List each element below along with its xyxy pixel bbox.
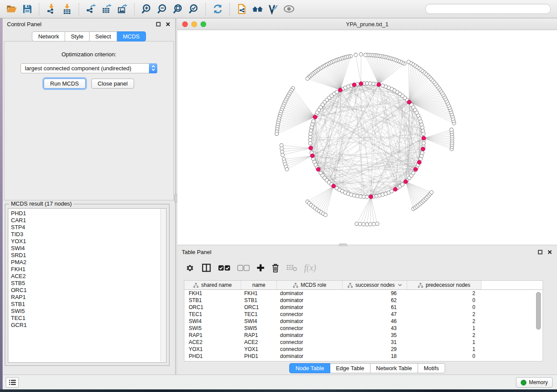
open-session-icon[interactable] [5, 3, 18, 16]
search-input[interactable] [432, 6, 546, 13]
ring-node[interactable] [421, 151, 424, 155]
add-column-icon[interactable] [256, 261, 265, 275]
table-settings-icon[interactable] [185, 261, 195, 275]
satellite-node[interactable] [306, 77, 309, 80]
mcds-result-item[interactable]: FKH1 [11, 266, 166, 273]
zoom-in-icon[interactable] [140, 3, 153, 16]
satellite-node[interactable] [355, 222, 358, 226]
ring-node[interactable] [412, 171, 415, 175]
mcds-hub-node[interactable] [414, 167, 418, 171]
column-header-name[interactable]: name [241, 281, 277, 289]
import-table-icon[interactable] [60, 3, 73, 16]
satellite-node[interactable] [364, 53, 367, 57]
deselect-all-rows-icon[interactable] [237, 261, 250, 275]
mcds-result-item[interactable]: RAP1 [11, 294, 166, 301]
memory-button[interactable]: Memory [516, 377, 553, 388]
export-network-icon[interactable] [84, 3, 97, 16]
mcds-result-item[interactable]: PHD1 [11, 210, 166, 217]
satellite-node[interactable] [358, 222, 362, 226]
column-header-predecessor-nodes[interactable]: predecessor nodes [407, 281, 481, 289]
mcds-hub-node[interactable] [338, 88, 342, 92]
ring-node[interactable] [381, 84, 384, 87]
zoom-selected-icon[interactable] [187, 3, 200, 16]
minimize-window-icon[interactable] [191, 21, 197, 27]
save-session-icon[interactable] [21, 3, 34, 16]
mcds-result-item[interactable]: STP4 [11, 224, 166, 231]
mcds-hub-node[interactable] [313, 115, 317, 119]
zoom-fit-icon[interactable] [171, 3, 184, 16]
tab-motifs[interactable]: Motifs [418, 363, 445, 373]
close-panel-button[interactable]: Close panel [91, 79, 135, 89]
ring-node[interactable] [308, 141, 312, 145]
ring-node[interactable] [390, 189, 393, 193]
column-header-successor-nodes[interactable]: successor nodes [343, 281, 407, 289]
float-window-icon[interactable] [156, 21, 161, 27]
mcds-hub-node[interactable] [369, 195, 373, 199]
tab-network-table[interactable]: Network Table [370, 363, 418, 373]
mcds-hub-node[interactable] [377, 83, 381, 86]
new-network-from-file-icon[interactable] [235, 3, 248, 16]
import-network-icon[interactable] [45, 3, 58, 16]
mcds-hub-node[interactable] [393, 187, 397, 191]
mcds-result-item[interactable]: STB1 [11, 301, 166, 308]
float-window-icon[interactable] [537, 249, 543, 255]
table-row[interactable]: STB1STB1dominator620 [184, 297, 543, 304]
task-history-button[interactable] [6, 377, 19, 388]
mcds-result-item[interactable]: SWI5 [11, 308, 166, 315]
select-all-rows-icon[interactable] [218, 261, 231, 275]
mcds-hub-node[interactable] [421, 147, 425, 151]
satellite-node[interactable] [359, 52, 363, 56]
mcds-hub-node[interactable] [422, 136, 426, 140]
satellite-node[interactable] [375, 222, 379, 226]
mcds-result-item[interactable]: TEC1 [11, 315, 166, 322]
ring-node[interactable] [365, 195, 369, 199]
table-row[interactable]: SWI5SWI5connector431 [184, 325, 543, 332]
mcds-hub-node[interactable] [417, 160, 421, 164]
satellite-node[interactable] [407, 60, 410, 64]
column-header-MCDS-role[interactable]: MCDS role [277, 281, 343, 289]
export-table-icon[interactable] [100, 3, 113, 16]
satellite-node[interactable] [365, 223, 369, 226]
mcds-result-item[interactable]: STB5 [11, 280, 166, 287]
close-panel-icon[interactable] [547, 249, 553, 255]
vizmapper-icon[interactable] [266, 3, 280, 16]
close-panel-icon[interactable] [165, 21, 171, 27]
table-row[interactable]: TEC1TEC1connector472 [184, 311, 543, 318]
mcds-result-item[interactable]: ACE2 [11, 273, 166, 280]
network-canvas[interactable] [177, 30, 557, 244]
table-scrollbar-thumb[interactable] [536, 292, 541, 330]
mcds-result-item[interactable]: YOX1 [11, 238, 166, 245]
satellite-node[interactable] [450, 128, 453, 131]
satellite-node[interactable] [275, 132, 278, 136]
run-mcds-button[interactable]: Run MCDS [44, 79, 86, 89]
satellite-node[interactable] [369, 223, 372, 226]
mcds-result-item[interactable]: SRD1 [11, 252, 166, 259]
mcds-result-item[interactable]: ORC1 [11, 287, 166, 294]
mcds-hub-node[interactable] [407, 100, 411, 104]
mcds-hub-node[interactable] [310, 154, 314, 158]
satellite-node[interactable] [430, 191, 433, 194]
satellite-node[interactable] [324, 213, 327, 217]
refresh-layout-icon[interactable] [211, 3, 224, 16]
table-row[interactable]: PHD1PHD1dominator180 [184, 353, 543, 360]
mcds-result-list[interactable]: PHD1CAR1STP4TID3YOX1SWI4SRD1PMA2FKH1ACE2… [8, 208, 166, 363]
delete-columns-icon[interactable] [271, 261, 280, 275]
maximize-window-icon[interactable] [201, 21, 206, 27]
table-row[interactable]: SWI4SWI4dominator462 [184, 318, 543, 325]
mcds-result-item[interactable]: GCR1 [11, 322, 166, 329]
mcds-result-item[interactable]: TID3 [11, 231, 166, 238]
tab-select[interactable]: Select [90, 31, 117, 41]
ring-node[interactable] [422, 141, 426, 145]
mcds-hub-node[interactable] [352, 83, 356, 87]
satellite-node[interactable] [362, 223, 365, 226]
satellite-node[interactable] [354, 53, 357, 57]
mcds-hub-node[interactable] [359, 82, 363, 86]
table-row[interactable]: ACE2ACE2connector311 [184, 339, 543, 346]
mcds-hub-node[interactable] [309, 146, 313, 150]
table-row[interactable]: RAP1RAP1dominator352 [184, 332, 543, 339]
column-header-shared-name[interactable]: shared name [184, 281, 241, 289]
zoom-out-icon[interactable] [156, 3, 169, 16]
satellite-node[interactable] [281, 153, 284, 157]
table-row[interactable]: ORC1ORC1dominator610 [184, 304, 543, 311]
table-row[interactable]: YOX1YOX1connector291 [184, 346, 543, 353]
